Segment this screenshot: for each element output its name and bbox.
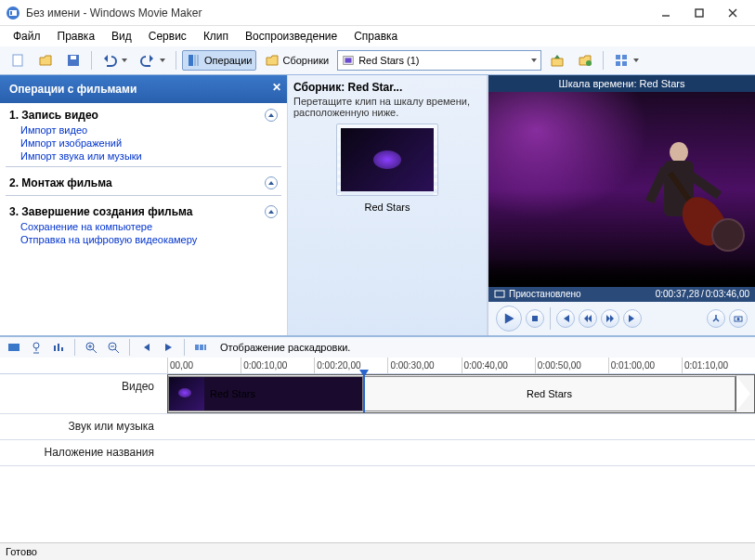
clip-thumbnail-image xyxy=(341,128,434,191)
collection-combo[interactable]: Red Stars (1) xyxy=(337,50,541,71)
window-title: Без имени - Windows Movie Maker xyxy=(26,7,649,20)
import-audio-link[interactable]: Импорт звука или музыки xyxy=(0,150,287,163)
preview-time-current: 0:00:37,28 xyxy=(656,289,699,300)
up-folder-button[interactable] xyxy=(545,50,569,71)
views-button[interactable] xyxy=(609,50,644,71)
svg-rect-3 xyxy=(696,9,703,17)
clip-end-handle[interactable] xyxy=(735,375,754,412)
open-button[interactable] xyxy=(33,50,58,71)
collapse-icon[interactable] xyxy=(265,109,278,122)
timeline-rewind-icon[interactable] xyxy=(137,339,154,356)
ruler-tick: 0:00:20,00 xyxy=(314,358,387,373)
menu-clip[interactable]: Клип xyxy=(196,28,236,45)
svg-rect-15 xyxy=(616,61,620,66)
maximize-button[interactable] xyxy=(683,3,716,23)
title-track-body[interactable] xyxy=(167,440,755,465)
collections-button[interactable]: Сборники xyxy=(260,50,333,71)
status-bar: Готово xyxy=(0,542,755,560)
app-icon xyxy=(6,6,20,20)
clip-thumbnail-label: Red Stars xyxy=(365,202,410,213)
operations-button[interactable]: Операции xyxy=(182,50,256,71)
preview-video[interactable] xyxy=(488,92,755,287)
import-video-link[interactable]: Импорт видео xyxy=(0,124,287,137)
combo-value: Red Stars (1) xyxy=(358,55,526,66)
collapse-icon[interactable] xyxy=(265,205,278,218)
narration-icon[interactable] xyxy=(28,339,45,356)
timeline-ruler[interactable]: 00,00 0:00:10,00 0:00:20,00 0:00:30,00 0… xyxy=(0,358,755,374)
svg-point-22 xyxy=(33,343,39,348)
new-button[interactable] xyxy=(6,50,30,71)
audio-track-body[interactable] xyxy=(167,414,755,439)
play-button[interactable] xyxy=(496,306,522,332)
task-section-edit: 2. Монтаж фильма xyxy=(0,171,287,191)
svg-point-12 xyxy=(586,60,592,66)
timeline-view-icon[interactable] xyxy=(6,339,22,356)
snapshot-button[interactable] xyxy=(729,309,748,328)
title-track: Наложение названия xyxy=(0,440,755,466)
zoom-out-icon[interactable] xyxy=(105,339,122,356)
menu-view[interactable]: Вид xyxy=(104,28,139,45)
ruler-tick: 0:00:40,00 xyxy=(462,358,535,373)
timeline-play-icon[interactable] xyxy=(160,339,176,356)
svg-rect-25 xyxy=(195,345,199,350)
svg-point-20 xyxy=(737,318,740,320)
timeline-clip[interactable]: Red Stars xyxy=(168,376,363,411)
taskpane-close-icon[interactable]: ✕ xyxy=(272,81,281,94)
ruler-tick: 0:01:10,00 xyxy=(682,358,755,373)
preview-frame xyxy=(488,92,755,287)
svg-rect-8 xyxy=(194,55,196,66)
new-folder-button[interactable] xyxy=(573,50,597,71)
svg-rect-26 xyxy=(200,345,203,350)
svg-rect-2 xyxy=(10,11,12,15)
menu-file[interactable]: Файл xyxy=(6,28,48,45)
clip-thumbnail[interactable] xyxy=(336,124,438,196)
collection-title: Сборник: Red Star... xyxy=(293,81,481,94)
undo-button[interactable] xyxy=(98,50,132,71)
stop-button[interactable] xyxy=(526,309,544,328)
rewind-button[interactable] xyxy=(579,309,597,328)
storyboard-icon[interactable] xyxy=(192,339,209,356)
zoom-in-icon[interactable] xyxy=(83,339,99,356)
timeline-clip[interactable]: Red Stars xyxy=(363,376,735,411)
title-track-label: Наложение названия xyxy=(0,440,167,465)
next-clip-button[interactable] xyxy=(623,309,642,328)
import-images-link[interactable]: Импорт изображений xyxy=(0,137,287,150)
film-icon xyxy=(342,54,355,67)
save-computer-link[interactable]: Сохранение на компьютере xyxy=(0,220,287,233)
send-camera-link[interactable]: Отправка на цифровую видеокамеру xyxy=(0,233,287,246)
preview-statusbar: Приостановлено 0:00:37,28 / 0:03:46,00 xyxy=(488,287,755,302)
main-area: Операции с фильмами ✕ 1. Запись видео Им… xyxy=(0,75,755,335)
ruler-tick: 00,00 xyxy=(167,358,241,373)
playhead[interactable] xyxy=(363,375,365,412)
forward-button[interactable] xyxy=(601,309,619,328)
menu-tools[interactable]: Сервис xyxy=(141,28,194,45)
preview-pane: Шкала времени: Red Stars Приостановлено … xyxy=(488,75,755,335)
svg-rect-14 xyxy=(622,55,627,59)
main-toolbar: Операции Сборники Red Stars (1) xyxy=(0,46,755,75)
split-button[interactable] xyxy=(707,309,725,328)
collection-hint: Перетащите клип на шкалу времени, распол… xyxy=(293,96,481,118)
menu-play[interactable]: Воспроизведение xyxy=(238,28,345,45)
monitor-icon xyxy=(494,289,505,300)
menu-help[interactable]: Справка xyxy=(346,28,405,45)
titlebar: Без имени - Windows Movie Maker xyxy=(0,0,755,26)
svg-rect-4 xyxy=(13,55,22,66)
svg-rect-13 xyxy=(616,55,620,59)
clip-label: Red Stars xyxy=(210,388,255,399)
save-button[interactable] xyxy=(61,50,85,71)
storyboard-label[interactable]: Отображение раскадровки. xyxy=(215,340,356,355)
menu-edit[interactable]: Правка xyxy=(50,28,103,45)
svg-rect-21 xyxy=(8,344,20,351)
ruler-tick: 0:00:50,00 xyxy=(535,358,608,373)
audio-levels-icon[interactable] xyxy=(50,339,67,356)
menu-bar: Файл Правка Вид Сервис Клип Воспроизведе… xyxy=(0,26,755,46)
minimize-button[interactable] xyxy=(649,3,683,23)
task-section-finish: 3. Завершение создания фильма xyxy=(0,200,287,220)
video-track-body[interactable]: Red Stars Red Stars xyxy=(167,374,755,413)
prev-clip-button[interactable] xyxy=(556,309,575,328)
close-button[interactable] xyxy=(716,3,749,23)
collapse-icon[interactable] xyxy=(265,176,278,189)
svg-rect-11 xyxy=(345,58,352,62)
redo-button[interactable] xyxy=(136,50,170,71)
preview-title: Шкала времени: Red Stars xyxy=(488,75,755,92)
